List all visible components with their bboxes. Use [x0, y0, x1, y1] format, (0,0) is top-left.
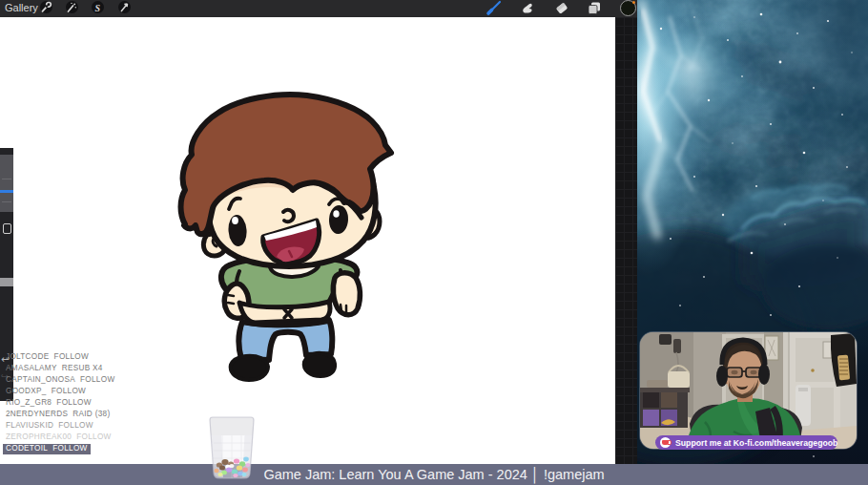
svg-text:S: S — [95, 3, 101, 13]
